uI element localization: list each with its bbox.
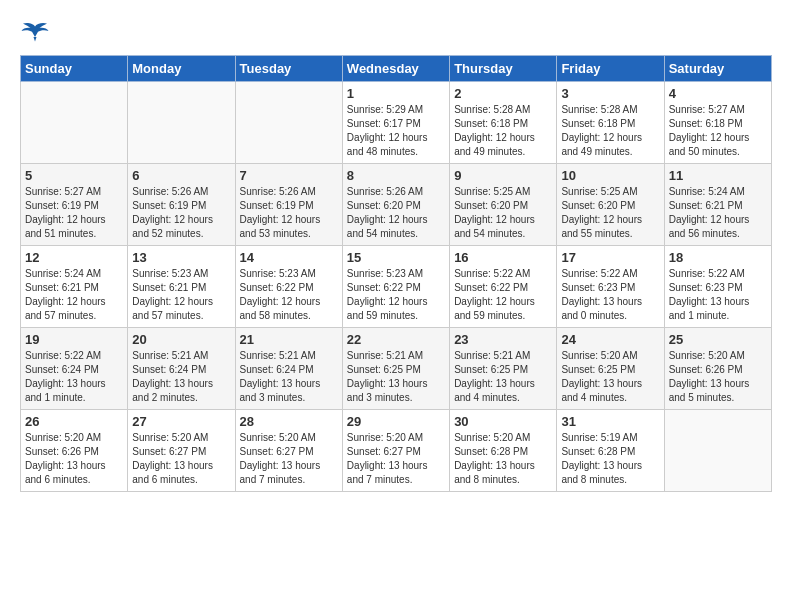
calendar-cell: 22Sunrise: 5:21 AM Sunset: 6:25 PM Dayli… [342, 328, 449, 410]
day-detail: Sunrise: 5:20 AM Sunset: 6:27 PM Dayligh… [240, 431, 338, 487]
day-detail: Sunrise: 5:28 AM Sunset: 6:18 PM Dayligh… [454, 103, 552, 159]
day-detail: Sunrise: 5:20 AM Sunset: 6:27 PM Dayligh… [132, 431, 230, 487]
day-detail: Sunrise: 5:21 AM Sunset: 6:25 PM Dayligh… [347, 349, 445, 405]
day-detail: Sunrise: 5:22 AM Sunset: 6:23 PM Dayligh… [561, 267, 659, 323]
day-number: 17 [561, 250, 659, 265]
weekday-header: Friday [557, 56, 664, 82]
day-number: 4 [669, 86, 767, 101]
day-detail: Sunrise: 5:22 AM Sunset: 6:23 PM Dayligh… [669, 267, 767, 323]
day-number: 3 [561, 86, 659, 101]
calendar-cell: 13Sunrise: 5:23 AM Sunset: 6:21 PM Dayli… [128, 246, 235, 328]
day-detail: Sunrise: 5:19 AM Sunset: 6:28 PM Dayligh… [561, 431, 659, 487]
calendar-cell: 26Sunrise: 5:20 AM Sunset: 6:26 PM Dayli… [21, 410, 128, 492]
day-detail: Sunrise: 5:29 AM Sunset: 6:17 PM Dayligh… [347, 103, 445, 159]
day-detail: Sunrise: 5:26 AM Sunset: 6:19 PM Dayligh… [240, 185, 338, 241]
day-number: 9 [454, 168, 552, 183]
logo [20, 20, 54, 45]
calendar-cell [128, 82, 235, 164]
calendar-cell: 18Sunrise: 5:22 AM Sunset: 6:23 PM Dayli… [664, 246, 771, 328]
calendar-cell: 12Sunrise: 5:24 AM Sunset: 6:21 PM Dayli… [21, 246, 128, 328]
calendar-cell: 24Sunrise: 5:20 AM Sunset: 6:25 PM Dayli… [557, 328, 664, 410]
day-detail: Sunrise: 5:26 AM Sunset: 6:20 PM Dayligh… [347, 185, 445, 241]
day-detail: Sunrise: 5:28 AM Sunset: 6:18 PM Dayligh… [561, 103, 659, 159]
day-number: 11 [669, 168, 767, 183]
day-number: 28 [240, 414, 338, 429]
day-number: 26 [25, 414, 123, 429]
calendar-cell: 30Sunrise: 5:20 AM Sunset: 6:28 PM Dayli… [450, 410, 557, 492]
day-detail: Sunrise: 5:25 AM Sunset: 6:20 PM Dayligh… [454, 185, 552, 241]
calendar-cell: 28Sunrise: 5:20 AM Sunset: 6:27 PM Dayli… [235, 410, 342, 492]
day-number: 27 [132, 414, 230, 429]
day-detail: Sunrise: 5:23 AM Sunset: 6:22 PM Dayligh… [347, 267, 445, 323]
day-detail: Sunrise: 5:22 AM Sunset: 6:22 PM Dayligh… [454, 267, 552, 323]
calendar-cell: 23Sunrise: 5:21 AM Sunset: 6:25 PM Dayli… [450, 328, 557, 410]
day-number: 2 [454, 86, 552, 101]
weekday-header: Monday [128, 56, 235, 82]
calendar-cell: 8Sunrise: 5:26 AM Sunset: 6:20 PM Daylig… [342, 164, 449, 246]
day-detail: Sunrise: 5:21 AM Sunset: 6:25 PM Dayligh… [454, 349, 552, 405]
day-number: 14 [240, 250, 338, 265]
day-detail: Sunrise: 5:25 AM Sunset: 6:20 PM Dayligh… [561, 185, 659, 241]
day-number: 23 [454, 332, 552, 347]
day-detail: Sunrise: 5:24 AM Sunset: 6:21 PM Dayligh… [25, 267, 123, 323]
day-detail: Sunrise: 5:20 AM Sunset: 6:26 PM Dayligh… [669, 349, 767, 405]
calendar-cell: 21Sunrise: 5:21 AM Sunset: 6:24 PM Dayli… [235, 328, 342, 410]
calendar-cell: 15Sunrise: 5:23 AM Sunset: 6:22 PM Dayli… [342, 246, 449, 328]
day-detail: Sunrise: 5:23 AM Sunset: 6:21 PM Dayligh… [132, 267, 230, 323]
calendar-cell: 2Sunrise: 5:28 AM Sunset: 6:18 PM Daylig… [450, 82, 557, 164]
day-number: 20 [132, 332, 230, 347]
logo-icon [20, 20, 50, 45]
day-detail: Sunrise: 5:20 AM Sunset: 6:26 PM Dayligh… [25, 431, 123, 487]
weekday-header: Sunday [21, 56, 128, 82]
calendar-cell [664, 410, 771, 492]
calendar-cell: 20Sunrise: 5:21 AM Sunset: 6:24 PM Dayli… [128, 328, 235, 410]
weekday-header: Wednesday [342, 56, 449, 82]
day-detail: Sunrise: 5:20 AM Sunset: 6:27 PM Dayligh… [347, 431, 445, 487]
day-number: 29 [347, 414, 445, 429]
page-header [20, 20, 772, 45]
weekday-header: Saturday [664, 56, 771, 82]
day-detail: Sunrise: 5:21 AM Sunset: 6:24 PM Dayligh… [132, 349, 230, 405]
day-detail: Sunrise: 5:20 AM Sunset: 6:25 PM Dayligh… [561, 349, 659, 405]
calendar-cell: 10Sunrise: 5:25 AM Sunset: 6:20 PM Dayli… [557, 164, 664, 246]
calendar-table: SundayMondayTuesdayWednesdayThursdayFrid… [20, 55, 772, 492]
calendar-cell: 29Sunrise: 5:20 AM Sunset: 6:27 PM Dayli… [342, 410, 449, 492]
day-detail: Sunrise: 5:20 AM Sunset: 6:28 PM Dayligh… [454, 431, 552, 487]
day-number: 1 [347, 86, 445, 101]
calendar-cell: 31Sunrise: 5:19 AM Sunset: 6:28 PM Dayli… [557, 410, 664, 492]
day-detail: Sunrise: 5:21 AM Sunset: 6:24 PM Dayligh… [240, 349, 338, 405]
calendar-cell: 17Sunrise: 5:22 AM Sunset: 6:23 PM Dayli… [557, 246, 664, 328]
day-number: 7 [240, 168, 338, 183]
weekday-header: Thursday [450, 56, 557, 82]
day-number: 30 [454, 414, 552, 429]
calendar-cell: 5Sunrise: 5:27 AM Sunset: 6:19 PM Daylig… [21, 164, 128, 246]
day-number: 31 [561, 414, 659, 429]
day-detail: Sunrise: 5:26 AM Sunset: 6:19 PM Dayligh… [132, 185, 230, 241]
day-number: 16 [454, 250, 552, 265]
calendar-cell: 9Sunrise: 5:25 AM Sunset: 6:20 PM Daylig… [450, 164, 557, 246]
calendar-cell: 7Sunrise: 5:26 AM Sunset: 6:19 PM Daylig… [235, 164, 342, 246]
day-detail: Sunrise: 5:22 AM Sunset: 6:24 PM Dayligh… [25, 349, 123, 405]
day-detail: Sunrise: 5:27 AM Sunset: 6:18 PM Dayligh… [669, 103, 767, 159]
day-number: 8 [347, 168, 445, 183]
day-number: 18 [669, 250, 767, 265]
calendar-cell: 14Sunrise: 5:23 AM Sunset: 6:22 PM Dayli… [235, 246, 342, 328]
calendar-cell: 19Sunrise: 5:22 AM Sunset: 6:24 PM Dayli… [21, 328, 128, 410]
calendar-cell: 4Sunrise: 5:27 AM Sunset: 6:18 PM Daylig… [664, 82, 771, 164]
weekday-header: Tuesday [235, 56, 342, 82]
calendar-cell [235, 82, 342, 164]
calendar-cell: 16Sunrise: 5:22 AM Sunset: 6:22 PM Dayli… [450, 246, 557, 328]
day-detail: Sunrise: 5:24 AM Sunset: 6:21 PM Dayligh… [669, 185, 767, 241]
day-detail: Sunrise: 5:27 AM Sunset: 6:19 PM Dayligh… [25, 185, 123, 241]
day-number: 22 [347, 332, 445, 347]
calendar-cell [21, 82, 128, 164]
day-number: 15 [347, 250, 445, 265]
calendar-cell: 27Sunrise: 5:20 AM Sunset: 6:27 PM Dayli… [128, 410, 235, 492]
day-number: 10 [561, 168, 659, 183]
day-number: 13 [132, 250, 230, 265]
calendar-cell: 1Sunrise: 5:29 AM Sunset: 6:17 PM Daylig… [342, 82, 449, 164]
calendar-cell: 6Sunrise: 5:26 AM Sunset: 6:19 PM Daylig… [128, 164, 235, 246]
day-number: 19 [25, 332, 123, 347]
day-number: 24 [561, 332, 659, 347]
calendar-cell: 25Sunrise: 5:20 AM Sunset: 6:26 PM Dayli… [664, 328, 771, 410]
